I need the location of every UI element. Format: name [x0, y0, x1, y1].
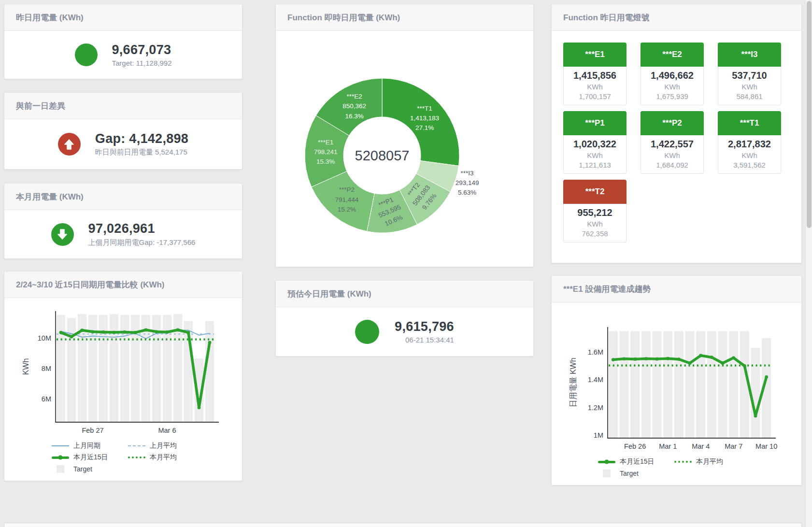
tile-body: 955,212KWh762,358	[563, 204, 627, 242]
legend-label: 本月平均	[150, 453, 177, 462]
x-tick-label: Feb 26	[624, 442, 646, 450]
legend-item-0[interactable]: 上月同期	[52, 440, 128, 452]
series-point	[208, 341, 212, 344]
series-point	[91, 330, 95, 333]
panel-estimate-today: 預估今日用電量 (KWh) 9,615,796 06-21 15:34:41	[275, 280, 534, 356]
legend-swatch-dot-icon	[128, 456, 145, 458]
day-gap-subtitle: 昨日與前日用電量 5,524,175	[95, 148, 188, 157]
series-point	[710, 356, 713, 359]
legend-item-1[interactable]: 本月平均	[674, 456, 751, 468]
tile-target: 1,121,613	[565, 161, 625, 169]
panel-month-usage: 本月用電量 (KWh) 97,026,961 上個月同期用電Gap: -17,3…	[4, 183, 242, 259]
tile-unit: KWh	[719, 151, 780, 159]
tile-name: ***E2	[641, 43, 704, 67]
month-usage-gap: 上個月同期用電Gap: -17,377,566	[88, 238, 196, 247]
panel-yesterday-usage: 昨日用電量 (KWh) 9,667,073 Target: 11,128,992	[4, 4, 242, 79]
panel-header: 與前一日差異	[4, 93, 242, 119]
panel-header: 預估今日用電量 (KWh)	[276, 281, 533, 307]
legend-swatch-thick-icon	[52, 456, 69, 459]
target-bar	[619, 331, 628, 438]
legend-label: 本月近15日	[620, 457, 655, 466]
panel-header: ***E1 設備用電達成趨勢	[552, 276, 801, 302]
target-bar	[652, 331, 661, 438]
x-tick-label: Mar 1	[659, 442, 677, 450]
tile-name: ***T1	[718, 111, 781, 135]
legend-swatch-dash-icon	[128, 445, 145, 446]
status-tile-E1: ***E11,415,856KWh1,700,157	[563, 43, 627, 105]
scrollbar-thumb[interactable]	[807, 1, 812, 228]
column-middle: Function 即時日用電量 (KWh) 5208057 ***T11,413…	[275, 4, 534, 356]
target-bar	[663, 331, 672, 438]
tile-target: 1,675,939	[642, 92, 702, 100]
compare-line-chart: 6M8M10MFeb 27Mar 6KWh	[18, 306, 226, 438]
y-tick-label: 10M	[38, 334, 51, 342]
series-point	[198, 406, 201, 409]
tile-target: 1,700,157	[565, 92, 625, 100]
tile-body: 1,020,322KWh1,121,613	[563, 135, 627, 174]
series-point	[623, 357, 626, 360]
panel-header: 本月用電量 (KWh)	[4, 184, 242, 210]
legend-swatch-box-icon	[598, 470, 615, 477]
series-point	[732, 356, 735, 359]
legend-swatch-thick-icon	[598, 461, 615, 463]
target-bar	[674, 331, 684, 438]
tile-target: 1,684,092	[642, 161, 702, 169]
tile-unit: KWh	[565, 83, 625, 91]
panel-realtime-donut: Function 即時日用電量 (KWh) 5208057 ***T11,413…	[275, 4, 534, 267]
legend-item-1[interactable]: 上月平均	[128, 440, 204, 452]
legend-label: 上月平均	[150, 442, 177, 450]
target-bar	[630, 331, 640, 438]
tile-name: ***P2	[641, 111, 704, 135]
legend-item-3[interactable]: 本月平均	[128, 452, 204, 463]
legend-label: Target	[73, 465, 92, 473]
panel-title: 預估今日用電量 (KWh)	[287, 288, 371, 299]
legend-item-4[interactable]: Target	[52, 463, 128, 475]
day-gap-value: Gap: 4,142,898	[95, 131, 188, 146]
legend-label: 上月同期	[73, 442, 100, 450]
series-point	[176, 328, 180, 332]
legend-swatch-dot-icon	[674, 461, 692, 463]
legend-item-0[interactable]: 本月近15日	[598, 456, 674, 468]
panel-title: 2/24~3/10 近15日同期用電量比較 (KWh)	[16, 279, 165, 290]
tile-value: 537,710	[719, 70, 780, 81]
tile-body: 1,415,856KWh1,700,157	[563, 67, 627, 105]
target-bar	[685, 331, 694, 438]
tile-value: 1,415,856	[565, 70, 625, 81]
panel-title: 與前一日差異	[16, 100, 65, 112]
series-point	[81, 328, 84, 332]
tile-value: 1,422,557	[642, 139, 702, 150]
series-point	[655, 357, 659, 361]
tile-unit: KWh	[719, 83, 780, 91]
series-point	[633, 357, 637, 361]
panel-yesterday-lights: Function 昨日用電燈號 ***E11,415,856KWh1,700,1…	[551, 4, 802, 263]
status-tile-P1: ***P11,020,322KWh1,121,613	[563, 111, 627, 174]
panel-header: 昨日用電量 (KWh)	[4, 4, 242, 31]
series-point	[166, 330, 169, 334]
panel-header: Function 即時日用電量 (KWh)	[276, 4, 533, 31]
column-right: Function 昨日用電燈號 ***E11,415,856KWh1,700,1…	[551, 4, 802, 485]
arrow-down-icon	[51, 223, 74, 246]
x-tick-label: Feb 27	[82, 427, 103, 434]
series-point	[144, 328, 148, 332]
series-point	[113, 331, 116, 334]
donut-center-total: 5208057	[355, 148, 410, 164]
target-bar	[110, 314, 118, 422]
legend-item-2[interactable]: Target	[598, 468, 674, 479]
scrollbar[interactable]	[805, 0, 812, 527]
status-tile-T2: ***T2955,212KWh762,358	[563, 180, 627, 242]
estimate-value: 9,615,796	[395, 319, 454, 334]
tile-name: ***T2	[563, 180, 627, 204]
status-tile-I3: ***I3537,710KWh584,861	[718, 43, 781, 105]
series-point	[754, 414, 757, 418]
x-tick-label: Mar 6	[158, 427, 176, 434]
target-bar	[729, 331, 738, 438]
panel-title: Function 即時日用電量 (KWh)	[287, 12, 400, 23]
series-point	[688, 361, 692, 365]
panel-day-gap: 與前一日差異 Gap: 4,142,898 昨日與前日用電量 5,524,175	[4, 92, 242, 170]
legend-item-2[interactable]: 本月近15日	[52, 452, 128, 463]
tile-value: 2,817,832	[719, 139, 780, 150]
column-left: 昨日用電量 (KWh) 9,667,073 Target: 11,128,992…	[4, 4, 242, 481]
target-bar	[609, 331, 618, 438]
next-row-panel-cutoff	[4, 523, 802, 527]
status-tile-E2: ***E21,496,662KWh1,675,939	[641, 43, 704, 105]
